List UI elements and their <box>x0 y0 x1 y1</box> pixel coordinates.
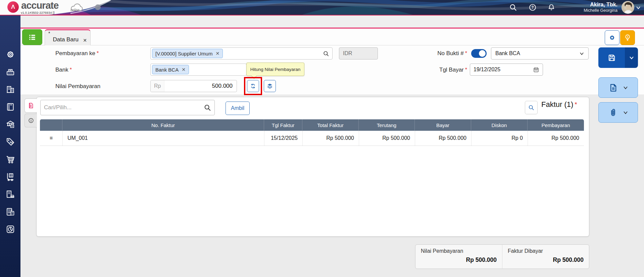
minitab-faktur[interactable] <box>24 98 37 113</box>
tgl-bayar-date-input[interactable]: 19/12/2025 <box>470 64 543 76</box>
tab-data-baru-close-icon[interactable]: ✕ <box>83 38 87 43</box>
lightbulb-icon <box>623 33 632 42</box>
document-icon <box>28 102 34 109</box>
no-bukti-bank-select[interactable]: Bank BCA <box>491 47 589 60</box>
price-tag-rp-icon[interactable]: Rp <box>5 136 16 147</box>
cell-bayar: Rp 500.000 <box>415 131 471 146</box>
app-window: Λ accurate online v1.0.1#3502-2276934 []… <box>0 0 644 277</box>
svg-text:Rp: Rp <box>10 141 13 144</box>
ambil-button-label: Ambil <box>231 105 244 111</box>
help-icon[interactable]: ? <box>528 3 537 12</box>
save-button[interactable] <box>598 47 625 68</box>
summary-faktur-value: Rp 500.000 <box>508 256 584 264</box>
summary-nilai-pembayaran: Nilai Pembayaran Rp 500.000 <box>415 245 502 269</box>
bank-chip-label: Bank BCA <box>155 67 179 73</box>
accurate-logo-icon[interactable]: Λ <box>7 1 19 13</box>
list-icon <box>28 33 37 42</box>
brand-online-label: online <box>70 8 80 12</box>
header-terutang: Terutang <box>359 119 415 131</box>
cell-pembayaran: Rp 500.000 <box>528 131 584 146</box>
bank-label: Bank* <box>55 66 72 74</box>
pembayaran-ke-label: Pembayaran ke* <box>55 50 99 57</box>
bank-icon[interactable] <box>5 119 16 130</box>
tax-icon[interactable]: TAX <box>5 206 16 217</box>
hints-button[interactable] <box>620 30 635 45</box>
brand-name: accurate <box>21 0 58 11</box>
purchase-cart-icon[interactable] <box>5 154 16 165</box>
bank-chip-remove-icon[interactable]: ✕ <box>182 67 186 72</box>
summary-faktur-dibayar: Faktur Dibayar Rp 500.000 <box>502 245 589 269</box>
user-avatar[interactable] <box>622 1 634 14</box>
minitab-info[interactable] <box>24 114 37 127</box>
save-options-dropdown[interactable] <box>625 47 638 68</box>
currency-prefix: Rp <box>151 80 164 92</box>
faktur-panel <box>36 97 589 237</box>
ambil-button[interactable]: Ambil <box>226 102 250 115</box>
cell-tgl-faktur: 15/12/2025 <box>264 131 302 146</box>
save-button-group <box>598 47 638 68</box>
payment-summary: Nilai Pembayaran Rp 500.000 Faktur Dibay… <box>415 244 589 269</box>
summary-faktur-label: Faktur Dibayar <box>508 248 584 254</box>
alokasi-layers-button[interactable] <box>264 80 276 92</box>
user-menu[interactable]: Akira, Tbk. Michelle Georgina <box>554 1 617 13</box>
company-buildings-icon[interactable] <box>5 84 16 95</box>
form-settings-button[interactable] <box>605 30 620 45</box>
active-tab-underline <box>0 28 644 29</box>
chevron-down-icon <box>579 51 584 56</box>
no-bukti-bank-value: Bank BCA <box>495 50 520 56</box>
faktur-lookup-button[interactable] <box>525 101 538 114</box>
supplier-chip-remove-icon[interactable]: ✕ <box>215 51 219 56</box>
search-icon[interactable] <box>204 104 211 111</box>
required-asterisk: * <box>97 50 99 56</box>
header-tgl-faktur: Tgl Faktur <box>264 119 302 131</box>
table-row[interactable]: ≡ UM_001 15/12/2025 Rp 500.000 Rp 500.00… <box>40 131 584 146</box>
calendar-icon[interactable] <box>533 67 539 73</box>
tab-data-baru[interactable]: * Data Baru ✕ <box>45 29 91 45</box>
user-name: Michelle Georgina <box>554 8 617 13</box>
tgl-bayar-value: 19/12/2025 <box>474 67 500 73</box>
header-handle-column <box>40 119 62 131</box>
no-bukti-auto-toggle[interactable] <box>471 49 487 58</box>
delivery-handtruck-icon[interactable] <box>5 171 16 182</box>
tab-data-baru-label: Data Baru <box>53 36 79 43</box>
header-no-faktur: No. Faktur <box>62 119 264 131</box>
cell-total-faktur: Rp 500.000 <box>302 131 359 146</box>
faktur-search-input[interactable] <box>44 104 204 111</box>
faktur-search-box <box>40 100 215 115</box>
search-icon[interactable] <box>509 3 517 12</box>
nilai-pembayaran-input[interactable]: Rp 500.000 <box>150 80 237 92</box>
settings-icon[interactable] <box>5 49 16 60</box>
user-menu-chevron-icon[interactable] <box>636 5 641 10</box>
bank-input[interactable]: Bank BCA ✕ <box>150 64 247 76</box>
no-bukti-label: No Bukti #* <box>413 50 467 57</box>
attachment-button[interactable] <box>598 102 638 123</box>
ledger-book-icon[interactable] <box>5 102 16 112</box>
required-asterisk: * <box>575 101 577 108</box>
required-asterisk: * <box>465 50 467 56</box>
record-list-button[interactable] <box>22 29 42 45</box>
svg-text:TAX: TAX <box>8 209 12 211</box>
pembayaran-ke-input[interactable]: [V.00000] Supplier Umum ✕ <box>150 47 333 60</box>
document-actions-button[interactable] <box>598 77 638 98</box>
cell-diskon: Rp 0 <box>471 131 528 146</box>
annotation-highlight-box <box>244 77 262 95</box>
row-drag-handle[interactable]: ≡ <box>40 131 62 146</box>
company-name: Akira, Tbk. <box>554 1 617 8</box>
summary-nilai-label: Nilai Pembayaran <box>421 248 497 254</box>
lookup-search-icon[interactable] <box>323 50 329 57</box>
cash-register-icon[interactable] <box>5 67 16 77</box>
bank-chip: Bank BCA ✕ <box>152 65 189 74</box>
faktur-panel-title: Faktur (1)* <box>541 99 589 110</box>
app-header: Λ accurate online v1.0.1#3502-2276934 []… <box>0 0 644 15</box>
currency-value: IDR <box>343 50 352 56</box>
report-chart-icon[interactable] <box>5 224 16 235</box>
toggle-knob <box>479 50 486 57</box>
currency-field: IDR <box>339 47 378 60</box>
layers-icon <box>266 83 273 89</box>
asset-building-car-icon[interactable] <box>5 189 16 200</box>
svg-text:?: ? <box>531 5 534 10</box>
search-icon <box>528 104 535 111</box>
supplier-chip: [V.00000] Supplier Umum ✕ <box>152 49 223 58</box>
chevron-down-icon <box>623 85 628 90</box>
cell-no-faktur: UM_001 <box>62 131 264 146</box>
